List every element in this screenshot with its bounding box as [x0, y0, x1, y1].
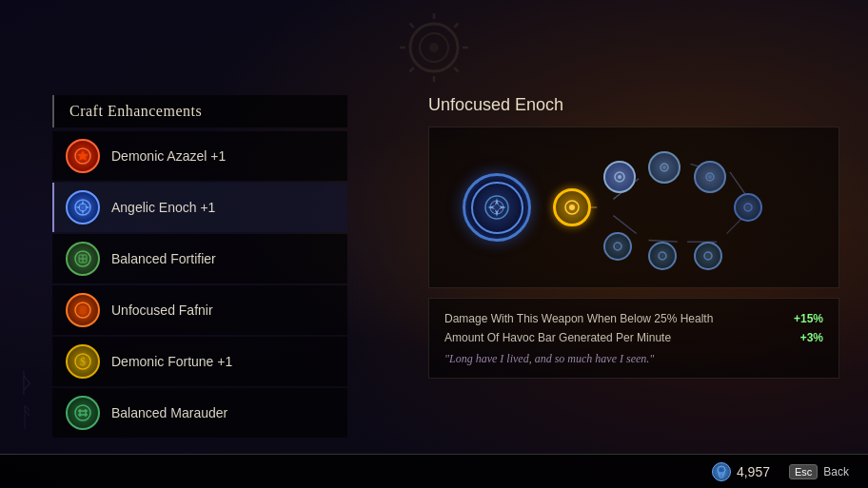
left-panel: Craft Enhancements Demonic Azazel +1Ange…	[52, 95, 347, 438]
stats-area: Damage With This Weapon When Below 25% H…	[428, 298, 839, 379]
svg-line-10	[410, 68, 414, 71]
enhancement-icon-angelic-enoch	[66, 190, 100, 224]
rune-decoration: ᚦ ᚨ	[19, 370, 35, 431]
enhancement-icon-unfocused-fafnir	[66, 293, 100, 327]
svg-line-9	[454, 24, 458, 28]
stat-label-1: Amount Of Havoc Bar Generated Per Minute	[444, 331, 671, 344]
back-button[interactable]: Esc Back	[789, 464, 849, 479]
svg-point-44	[704, 252, 712, 260]
skill-node-b2[interactable]	[648, 242, 677, 270]
enhancement-name-angelic-enoch: Angelic Enoch +1	[111, 200, 215, 215]
skill-tree	[444, 142, 824, 273]
enhancement-item-angelic-enoch[interactable]: Angelic Enoch +1	[52, 183, 347, 232]
panel-title: Craft Enhancements	[52, 95, 347, 127]
back-label: Back	[823, 465, 849, 478]
skill-node-r4[interactable]	[734, 193, 762, 222]
stat-label-0: Damage With This Weapon When Below 25% H…	[444, 312, 713, 325]
skill-node-b3[interactable]	[694, 242, 722, 270]
svg-point-41	[744, 204, 752, 211]
svg-point-38	[662, 166, 666, 169]
enhancement-item-balanced-fortifier[interactable]: Balanced Fortifier	[52, 234, 347, 283]
skill-node-r2[interactable]	[648, 151, 681, 184]
svg-point-34	[569, 205, 575, 210]
skill-tree-area	[428, 127, 839, 288]
enhancement-item-demonic-azazel[interactable]: Demonic Azazel +1	[52, 131, 347, 181]
enhancement-name-demonic-azazel: Demonic Azazel +1	[111, 148, 226, 164]
svg-point-40	[708, 175, 712, 179]
enhancement-icon-demonic-fortune: $	[66, 344, 100, 379]
enhancement-name-balanced-marauder: Balanced Marauder	[111, 405, 227, 420]
currency-icon	[712, 462, 731, 481]
skill-node-center-inner	[471, 182, 523, 234]
svg-line-8	[454, 68, 458, 71]
svg-point-2	[429, 43, 439, 52]
stat-value-1: +3%	[800, 331, 823, 344]
svg-text:$: $	[80, 355, 86, 368]
enhancement-list: Demonic Azazel +1Angelic Enoch +1Balance…	[52, 131, 347, 438]
svg-point-36	[618, 175, 621, 179]
detail-title: Unfocused Enoch	[428, 95, 839, 115]
svg-point-46	[720, 468, 723, 472]
svg-point-43	[659, 252, 666, 260]
enhancement-item-balanced-marauder[interactable]: Balanced Marauder	[52, 388, 347, 438]
stat-quote: "Long have I lived, and so much have I s…	[444, 352, 823, 366]
svg-point-21	[75, 405, 90, 420]
svg-line-7	[410, 24, 414, 28]
back-key: Esc	[789, 464, 818, 479]
stat-row-0: Damage With This Weapon When Below 25% H…	[444, 312, 823, 325]
svg-rect-48	[719, 473, 724, 475]
gear-decoration	[396, 10, 472, 86]
skill-node-r3[interactable]	[694, 161, 726, 193]
enhancement-icon-balanced-fortifier	[66, 242, 100, 276]
stat-value-0: +15%	[794, 312, 823, 325]
stat-row-1: Amount Of Havoc Bar Generated Per Minute…	[444, 331, 823, 344]
enhancement-name-demonic-fortune: Demonic Fortune +1	[111, 354, 232, 369]
svg-line-24	[613, 216, 636, 234]
right-panel: Unfocused Enoch	[428, 95, 839, 379]
skill-node-center[interactable]	[463, 173, 531, 242]
bottom-bar: 4,957 Esc Back	[0, 454, 868, 488]
skill-node-l1[interactable]	[553, 188, 591, 226]
enhancement-icon-demonic-azazel	[66, 139, 100, 173]
currency-display: 4,957	[712, 462, 770, 481]
enhancement-name-unfocused-fafnir: Unfocused Fafnir	[111, 303, 213, 318]
svg-point-42	[614, 243, 621, 250]
skill-node-b1[interactable]	[603, 232, 632, 261]
svg-point-13	[79, 204, 87, 211]
skill-node-r1[interactable]	[603, 161, 636, 193]
enhancement-item-unfocused-fafnir[interactable]: Unfocused Fafnir	[52, 285, 347, 335]
enhancement-icon-balanced-marauder	[66, 396, 100, 430]
enhancement-name-balanced-fortifier: Balanced Fortifier	[111, 251, 216, 266]
enhancement-item-demonic-fortune[interactable]: $Demonic Fortune +1	[52, 337, 347, 386]
currency-amount: 4,957	[737, 464, 770, 479]
